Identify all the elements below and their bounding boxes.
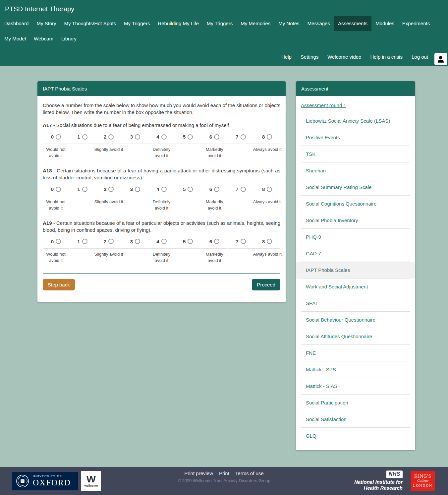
radio-input[interactable]: [108, 134, 114, 140]
nav-item[interactable]: Modules: [371, 16, 398, 31]
sidebar-item[interactable]: Social Behaviour Questionnaire: [296, 312, 415, 328]
utility-nav-item[interactable]: Settings: [301, 54, 318, 60]
radio-input[interactable]: [56, 134, 61, 140]
radio-option[interactable]: 2: [95, 239, 122, 244]
radio-input[interactable]: [82, 239, 87, 244]
radio-input[interactable]: [214, 134, 219, 140]
radio-option[interactable]: 8: [254, 134, 280, 140]
radio-input[interactable]: [135, 134, 140, 140]
sidebar-item[interactable]: Work and Social Adjustment: [296, 278, 415, 295]
radio-input[interactable]: [267, 187, 272, 192]
radio-option[interactable]: 2: [95, 134, 122, 140]
nav-item[interactable]: My Story: [32, 16, 60, 31]
nav-item[interactable]: Experiments: [398, 16, 434, 31]
radio-input[interactable]: [188, 239, 193, 244]
nav-item[interactable]: Rebuilding My Life: [154, 16, 202, 31]
radio-input[interactable]: [82, 134, 87, 140]
assessment-round-link[interactable]: Assessment round 1: [301, 102, 346, 108]
radio-input[interactable]: [135, 187, 140, 192]
nav-item[interactable]: Assessments: [334, 16, 371, 31]
radio-option[interactable]: 5: [175, 134, 201, 140]
proceed-button[interactable]: Proceed: [252, 279, 280, 290]
radio-input[interactable]: [108, 239, 114, 244]
nav-item[interactable]: Dashboard: [0, 16, 32, 31]
sidebar-item[interactable]: Mattick - SIAS: [296, 378, 415, 395]
radio-input[interactable]: [56, 187, 61, 192]
footer-link[interactable]: Print preview: [184, 470, 213, 476]
radio-option[interactable]: 6: [201, 186, 228, 192]
sidebar-item[interactable]: Liebowitz Social Anxiety Scale (LSAS): [296, 113, 415, 129]
nav-item[interactable]: My Triggers: [203, 16, 237, 31]
sidebar-item[interactable]: Mattick - SPS: [296, 361, 415, 378]
radio-input[interactable]: [214, 239, 219, 244]
sidebar-item[interactable]: Social Attitudes Questionnaire: [296, 328, 415, 345]
radio-option[interactable]: 3: [122, 134, 148, 140]
utility-nav-item[interactable]: Help in a crisis: [370, 54, 403, 60]
radio-option[interactable]: 7: [228, 186, 254, 192]
sidebar-item[interactable]: Social Phobia Inventory: [296, 212, 415, 229]
sidebar-item[interactable]: Social Satisfaction: [296, 411, 415, 428]
radio-option[interactable]: 0: [43, 134, 69, 140]
footer-link[interactable]: Terms of use: [235, 470, 264, 476]
radio-option[interactable]: 0: [43, 239, 69, 244]
sidebar-item[interactable]: Sheehan: [296, 162, 415, 179]
sidebar-item[interactable]: Social Participation: [296, 395, 415, 411]
sidebar-item[interactable]: FNE: [296, 345, 415, 361]
sidebar-item[interactable]: SPAI: [296, 295, 415, 312]
radio-option[interactable]: 0: [43, 186, 69, 192]
nav-item[interactable]: My Memories: [237, 16, 274, 31]
radio-input[interactable]: [188, 134, 193, 140]
nav-item[interactable]: My Triggers: [120, 16, 154, 31]
radio-input[interactable]: [135, 239, 140, 244]
footer-link[interactable]: Print: [219, 470, 229, 476]
sidebar-item[interactable]: GLQ: [296, 428, 415, 444]
radio-input[interactable]: [161, 239, 167, 244]
radio-option[interactable]: 3: [122, 186, 148, 192]
radio-option[interactable]: 8: [254, 186, 280, 192]
radio-input[interactable]: [188, 187, 193, 192]
radio-option[interactable]: 2: [95, 186, 122, 192]
radio-option[interactable]: 4: [148, 239, 175, 244]
radio-option[interactable]: 8: [254, 239, 280, 244]
radio-option[interactable]: 6: [201, 134, 228, 140]
radio-input[interactable]: [267, 239, 272, 244]
sidebar-item[interactable]: IAPT Phobia Scales: [296, 262, 415, 278]
radio-input[interactable]: [214, 187, 219, 192]
utility-nav-item[interactable]: Help: [281, 54, 292, 60]
utility-nav-item[interactable]: Welcome video: [327, 54, 361, 60]
radio-input[interactable]: [241, 239, 246, 244]
radio-input[interactable]: [267, 134, 272, 140]
radio-option[interactable]: 3: [122, 239, 148, 244]
radio-option[interactable]: 6: [201, 239, 228, 244]
nav-item[interactable]: My Notes: [274, 16, 303, 31]
radio-option[interactable]: 5: [175, 186, 201, 192]
radio-input[interactable]: [241, 134, 246, 140]
sidebar-item[interactable]: GAD-7: [296, 245, 415, 262]
radio-option[interactable]: 1: [69, 186, 96, 192]
sidebar-item[interactable]: Social Cognitions Questionnaire: [296, 196, 415, 212]
radio-option[interactable]: 4: [148, 186, 175, 192]
radio-input[interactable]: [82, 187, 87, 192]
radio-option[interactable]: 7: [228, 239, 254, 244]
radio-input[interactable]: [56, 239, 61, 244]
nav-item[interactable]: Webcam: [30, 31, 57, 46]
nav-item[interactable]: Library: [57, 31, 81, 46]
sidebar-item[interactable]: Social Summary Rating Scale: [296, 179, 415, 196]
step-back-button[interactable]: Step back: [43, 279, 75, 290]
user-avatar-button[interactable]: [434, 53, 447, 65]
utility-nav-item[interactable]: Log out: [412, 54, 428, 60]
radio-input[interactable]: [241, 187, 246, 192]
sidebar-item[interactable]: Positive Events: [296, 129, 415, 146]
radio-input[interactable]: [161, 187, 167, 192]
radio-option[interactable]: 1: [69, 134, 96, 140]
radio-input[interactable]: [161, 134, 167, 140]
radio-option[interactable]: 7: [228, 134, 254, 140]
nav-item[interactable]: My Thoughts/Hot Spots: [60, 16, 120, 31]
radio-option[interactable]: 1: [69, 239, 96, 244]
nav-item[interactable]: Messages: [304, 16, 334, 31]
radio-option[interactable]: 5: [175, 239, 201, 244]
sidebar-item[interactable]: TSK: [296, 146, 415, 162]
radio-option[interactable]: 4: [148, 134, 175, 140]
radio-input[interactable]: [108, 187, 114, 192]
nav-item[interactable]: My Model: [0, 31, 30, 46]
